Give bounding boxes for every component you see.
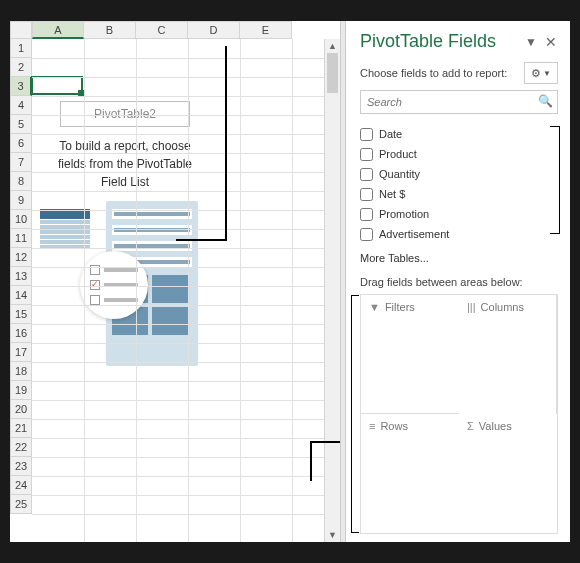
cell-grid[interactable]: PivotTable2 To build a report, choose fi… (32, 39, 340, 542)
callout-line (225, 46, 227, 241)
row-header[interactable]: 24 (10, 476, 32, 495)
values-area[interactable]: ΣValues (459, 414, 557, 533)
columns-icon: ||| (467, 301, 476, 313)
column-header[interactable]: D (188, 21, 240, 39)
column-headers: ABCDE (32, 21, 292, 39)
field-label: Date (379, 128, 402, 140)
field-item[interactable]: Date (360, 124, 558, 144)
filters-area[interactable]: ▼Filters (361, 295, 459, 414)
field-checkbox[interactable] (360, 148, 373, 161)
search-icon[interactable]: 🔍 (538, 94, 553, 108)
panel-subtitle-row: Choose fields to add to report: ⚙ ▼ (360, 62, 558, 84)
row-header[interactable]: 17 (10, 343, 32, 362)
row-header[interactable]: 14 (10, 286, 32, 305)
callout-bracket (550, 126, 560, 234)
row-header[interactable]: 19 (10, 381, 32, 400)
values-icon: Σ (467, 420, 474, 432)
column-header[interactable]: C (136, 21, 188, 39)
placeholder-instruction: To build a report, choose fields from th… (40, 137, 210, 191)
field-item[interactable]: Advertisement (360, 224, 558, 244)
pivottable-placeholder: PivotTable2 To build a report, choose fi… (40, 101, 210, 369)
row-header[interactable]: 18 (10, 362, 32, 381)
panel-title: PivotTable Fields (360, 31, 518, 52)
callout-line (310, 441, 340, 443)
field-checkbox[interactable] (360, 128, 373, 141)
row-header[interactable]: 12 (10, 248, 32, 267)
field-label: Advertisement (379, 228, 449, 240)
gear-icon: ⚙ (531, 67, 541, 80)
column-header[interactable]: A (32, 21, 84, 39)
field-item[interactable]: Promotion (360, 204, 558, 224)
row-header[interactable]: 13 (10, 267, 32, 286)
row-header[interactable]: 5 (10, 115, 32, 134)
drop-areas: ▼Filters |||Columns ≡Rows ΣValues (360, 294, 558, 534)
scroll-up-icon[interactable]: ▲ (325, 39, 340, 53)
field-label: Net $ (379, 188, 405, 200)
placeholder-graphic (40, 209, 210, 369)
tools-button[interactable]: ⚙ ▼ (524, 62, 558, 84)
field-item[interactable]: Product (360, 144, 558, 164)
row-header[interactable]: 15 (10, 305, 32, 324)
panel-subtitle: Choose fields to add to report: (360, 67, 507, 79)
select-all-corner[interactable] (10, 21, 32, 39)
selected-cell[interactable] (31, 76, 83, 95)
row-header[interactable]: 23 (10, 457, 32, 476)
row-header[interactable]: 3 (10, 77, 32, 96)
pivottable-fields-panel: PivotTable Fields ▼ ✕ Choose fields to a… (346, 21, 570, 542)
row-header[interactable]: 22 (10, 438, 32, 457)
callout-bracket (351, 295, 359, 533)
rows-area[interactable]: ≡Rows (361, 414, 459, 533)
area-label: Values (479, 420, 512, 432)
field-label: Promotion (379, 208, 429, 220)
row-header[interactable]: 7 (10, 153, 32, 172)
row-header[interactable]: 16 (10, 324, 32, 343)
drag-areas-label: Drag fields between areas below: (360, 276, 558, 288)
column-header[interactable]: B (84, 21, 136, 39)
row-header[interactable]: 4 (10, 96, 32, 115)
field-checkbox[interactable] (360, 208, 373, 221)
row-header[interactable]: 20 (10, 400, 32, 419)
panel-header: PivotTable Fields ▼ ✕ (360, 31, 558, 52)
field-label: Quantity (379, 168, 420, 180)
row-header[interactable]: 11 (10, 229, 32, 248)
search-box: 🔍 (360, 90, 558, 114)
row-header[interactable]: 9 (10, 191, 32, 210)
row-header[interactable]: 1 (10, 39, 32, 58)
row-header[interactable]: 25 (10, 495, 32, 514)
callout-line (176, 239, 226, 241)
pivottable-name: PivotTable2 (60, 101, 190, 127)
column-header[interactable]: E (240, 21, 292, 39)
field-checkbox[interactable] (360, 168, 373, 181)
callout-line (310, 441, 312, 481)
magnifier-icon (80, 251, 148, 319)
more-tables-link[interactable]: More Tables... (360, 252, 558, 264)
scroll-down-icon[interactable]: ▼ (325, 528, 340, 542)
panel-dropdown-icon[interactable]: ▼ (524, 35, 538, 49)
search-input[interactable] (360, 90, 558, 114)
filter-icon: ▼ (369, 301, 380, 313)
field-item[interactable]: Quantity (360, 164, 558, 184)
chevron-down-icon: ▼ (543, 69, 551, 78)
close-icon[interactable]: ✕ (544, 34, 558, 50)
vertical-scrollbar[interactable]: ▲ ▼ (324, 39, 340, 542)
area-label: Rows (380, 420, 408, 432)
field-checkbox[interactable] (360, 188, 373, 201)
scroll-thumb[interactable] (327, 53, 338, 93)
field-checkbox[interactable] (360, 228, 373, 241)
row-header[interactable]: 21 (10, 419, 32, 438)
rows-icon: ≡ (369, 420, 375, 432)
row-headers: 1234567891011121314151617181920212223242… (10, 39, 32, 514)
row-header[interactable]: 2 (10, 58, 32, 77)
area-label: Columns (481, 301, 524, 313)
columns-area[interactable]: |||Columns (459, 295, 557, 414)
field-list: DateProductQuantityNet $PromotionAdverti… (360, 124, 558, 244)
field-item[interactable]: Net $ (360, 184, 558, 204)
row-header[interactable]: 6 (10, 134, 32, 153)
app-frame: ABCDE 1234567891011121314151617181920212… (10, 21, 570, 542)
area-label: Filters (385, 301, 415, 313)
row-header[interactable]: 10 (10, 210, 32, 229)
worksheet[interactable]: ABCDE 1234567891011121314151617181920212… (10, 21, 340, 542)
row-header[interactable]: 8 (10, 172, 32, 191)
field-label: Product (379, 148, 417, 160)
